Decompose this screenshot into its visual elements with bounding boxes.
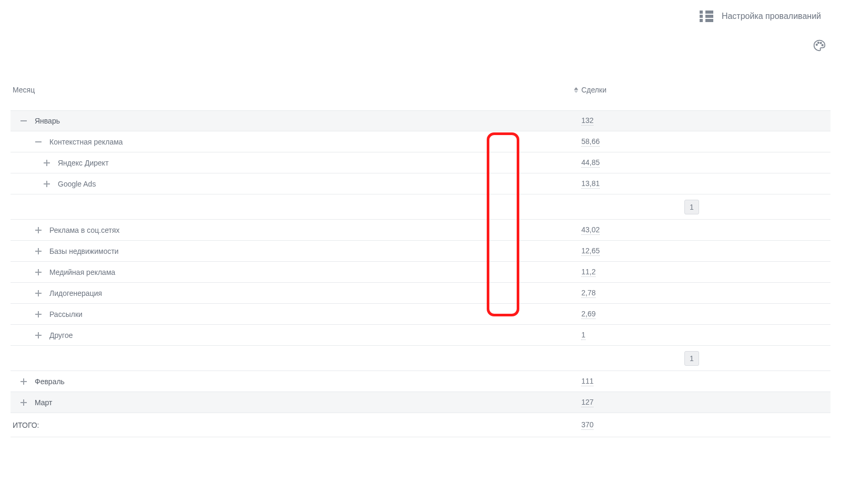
row-label: Базы недвижимости [49, 247, 119, 255]
row-value: 58,66 [581, 137, 600, 147]
table-footer: ИТОГО: 370 [11, 413, 830, 437]
expand-icon[interactable] [35, 332, 42, 339]
expand-icon[interactable] [35, 290, 42, 297]
svg-rect-23 [23, 378, 24, 385]
row-google-ads[interactable]: Google Ads 13,81 [11, 173, 830, 194]
row-label: Другое [49, 331, 73, 340]
svg-rect-5 [35, 141, 42, 142]
expand-icon[interactable] [20, 399, 27, 406]
page-button[interactable]: 1 [684, 200, 699, 214]
drilldown-settings-link[interactable]: Настройка проваливаний [722, 12, 821, 21]
row-realty-db[interactable]: Базы недвижимости 12,65 [11, 241, 830, 262]
row-context-ads[interactable]: Контекстная реклама 58,66 [11, 131, 830, 152]
row-value: 127 [581, 398, 593, 407]
svg-point-3 [822, 45, 823, 46]
row-mailings[interactable]: Рассылки 2,69 [11, 304, 830, 325]
row-label: Март [35, 398, 53, 407]
row-other[interactable]: Другое 1 [11, 325, 830, 346]
svg-point-2 [820, 43, 821, 44]
row-label: Медийная реклама [49, 268, 115, 276]
row-value: 12,65 [581, 246, 600, 256]
sort-icon[interactable] [574, 87, 578, 93]
collapse-icon[interactable] [35, 138, 42, 146]
row-value: 11,2 [581, 268, 596, 277]
row-label: Лидогенерация [49, 289, 102, 297]
svg-point-0 [816, 44, 817, 45]
row-label: Рассылки [49, 310, 83, 318]
row-value: 43,02 [581, 225, 600, 235]
row-march[interactable]: Март 127 [11, 392, 830, 413]
row-value: 132 [581, 116, 593, 126]
svg-rect-21 [38, 332, 39, 338]
row-social-ads[interactable]: Реклама в соц.сетях 43,02 [11, 220, 830, 241]
row-value: 44,85 [581, 158, 600, 168]
expand-icon[interactable] [35, 227, 42, 234]
expand-icon[interactable] [35, 248, 42, 255]
row-label: Январь [35, 117, 60, 125]
row-value: 2,78 [581, 289, 596, 298]
row-value: 1 [581, 331, 586, 340]
expand-icon[interactable] [35, 311, 42, 318]
expand-icon[interactable] [35, 269, 42, 276]
svg-rect-25 [23, 399, 24, 406]
row-value: 13,81 [581, 179, 600, 189]
collapse-icon[interactable] [20, 117, 27, 125]
expand-icon[interactable] [43, 180, 50, 188]
column-month-label[interactable]: Месяц [13, 86, 35, 94]
expand-icon[interactable] [43, 159, 50, 167]
row-label: Google Ads [58, 180, 96, 188]
svg-rect-4 [20, 120, 27, 121]
svg-rect-15 [38, 269, 39, 275]
svg-rect-13 [38, 248, 39, 254]
table-header: Месяц Сделки [11, 79, 830, 101]
total-value: 370 [581, 420, 593, 430]
page-button[interactable]: 1 [684, 351, 699, 366]
svg-rect-11 [38, 227, 39, 233]
palette-icon[interactable] [813, 39, 826, 53]
pager-row-1: 1 [11, 194, 830, 220]
drilldown-list-icon[interactable] [700, 11, 713, 22]
expand-icon[interactable] [20, 378, 27, 385]
svg-rect-7 [46, 160, 47, 166]
report-table: Месяц Сделки Январь 132 Контекстная [11, 79, 830, 437]
svg-rect-9 [46, 181, 47, 187]
svg-rect-17 [38, 290, 39, 296]
row-yandex-direct[interactable]: Яндекс Директ 44,85 [11, 152, 830, 173]
pager-row-2: 1 [11, 346, 830, 371]
row-label: Контекстная реклама [49, 138, 123, 146]
row-leadgen[interactable]: Лидогенерация 2,78 [11, 283, 830, 304]
row-january[interactable]: Январь 132 [11, 110, 830, 131]
row-value: 2,69 [581, 310, 596, 319]
row-february[interactable]: Февраль 111 [11, 371, 830, 392]
svg-rect-19 [38, 311, 39, 317]
row-label: Реклама в соц.сетях [49, 226, 120, 234]
row-value: 111 [581, 377, 593, 386]
total-label: ИТОГО: [13, 421, 39, 429]
top-toolbar: Настройка проваливаний [700, 11, 821, 22]
svg-point-1 [818, 42, 819, 43]
row-media-ads[interactable]: Медийная реклама 11,2 [11, 262, 830, 283]
row-label: Яндекс Директ [58, 159, 109, 167]
column-deals-label[interactable]: Сделки [581, 86, 607, 94]
row-label: Февраль [35, 377, 65, 386]
